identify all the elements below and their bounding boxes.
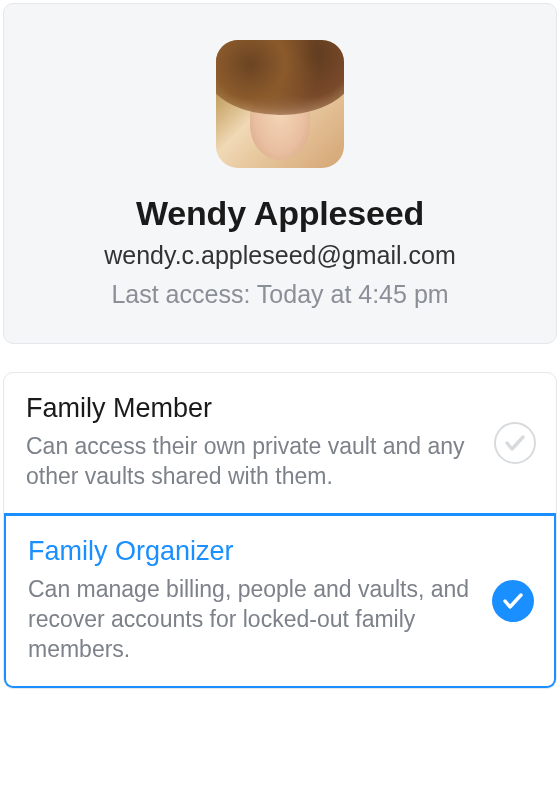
role-option-family-member[interactable]: Family Member Can access their own priva… — [4, 373, 556, 514]
role-description: Can access their own private vault and a… — [26, 432, 534, 492]
user-name: Wendy Appleseed — [28, 194, 532, 233]
check-icon — [492, 580, 534, 622]
role-title: Family Member — [26, 393, 534, 424]
avatar — [216, 40, 344, 168]
user-email: wendy.c.appleseed@gmail.com — [28, 241, 532, 270]
role-description: Can manage billing, people and vaults, a… — [28, 575, 532, 665]
profile-card: Wendy Appleseed wendy.c.appleseed@gmail.… — [3, 3, 557, 344]
role-list: Family Member Can access their own priva… — [3, 372, 557, 689]
last-access: Last access: Today at 4:45 pm — [28, 280, 532, 309]
role-option-family-organizer[interactable]: Family Organizer Can manage billing, peo… — [3, 513, 557, 690]
role-title: Family Organizer — [28, 536, 532, 567]
check-icon — [494, 422, 536, 464]
